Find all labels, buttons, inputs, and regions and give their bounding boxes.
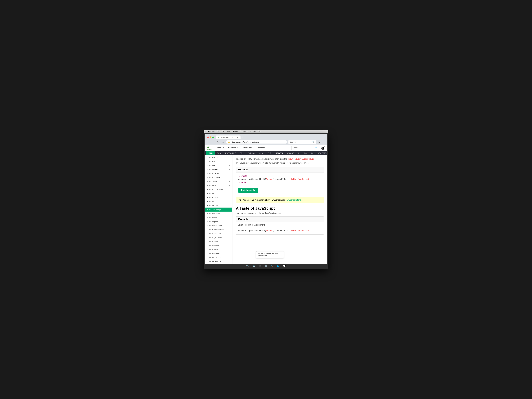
sidebar-item-css[interactable]: HTML CSS — [205, 159, 232, 163]
lang-csharp[interactable]: C# — [309, 151, 316, 155]
sidebar-item-semantics[interactable]: HTML Semantics — [205, 232, 232, 236]
browser-tab-active[interactable]: W HTML JavaScript ✕ — [215, 135, 241, 139]
sidebar-item-iframes[interactable]: HTML Iframes — [205, 203, 232, 208]
tutorials-menu[interactable]: Tutorials ▾ — [215, 146, 225, 149]
code-line-2: document.getElementById("demo").innerHTM… — [238, 177, 322, 181]
macos-menubar:  Chrome File Edit View History Bookmark… — [204, 130, 328, 133]
lang-sql[interactable]: SQL — [238, 151, 245, 155]
javascript-tutorial-link[interactable]: JavaScript Tutorial — [285, 199, 301, 201]
sidebar-item-responsive[interactable]: HTML Responsive — [205, 224, 232, 228]
main-layout: HTML Colors HTML CSS HTML Links▼ HTML Im… — [205, 155, 327, 264]
browser-search: 🔍 — [288, 140, 316, 144]
sidebar-item-entities[interactable]: HTML Entities — [205, 240, 232, 244]
lang-java[interactable]: JAVA — [257, 151, 266, 155]
exercises-menu[interactable]: Exercises ▾ — [227, 146, 239, 149]
close-window-button[interactable] — [207, 136, 209, 138]
sidebar-item-tables[interactable]: HTML Tables▼ — [205, 179, 232, 184]
cookie-banner[interactable]: Do not share my Personal Information — [256, 251, 284, 258]
sidebar-item-javascript[interactable]: HTML JavaScript — [205, 208, 232, 212]
services-menu[interactable]: Services ▾ — [256, 146, 266, 149]
lang-bootstrap[interactable]: BOOTSTR... — [316, 151, 327, 155]
section-2-title: A Taste of JavaScript — [236, 206, 324, 211]
code-string-hello: "Hello JavaScript!" — [289, 178, 312, 180]
sidebar-item-layout[interactable]: HTML Layout — [205, 220, 232, 224]
search-button[interactable]: 🔍 — [310, 140, 316, 144]
view-menu[interactable]: View — [227, 130, 230, 132]
lang-javascript[interactable]: JAVASCRIPT — [223, 151, 238, 155]
tip-suffix: . — [302, 199, 303, 201]
sidebar-item-file-paths[interactable]: HTML File Paths — [205, 212, 232, 215]
sidebar-item-symbols[interactable]: HTML Symbols — [205, 244, 232, 248]
dock-chrome[interactable]: 🌐 — [276, 264, 280, 268]
url-text: w3schools.com/html/html_scripts.asp — [231, 141, 261, 143]
search-input[interactable] — [288, 140, 310, 144]
reload-button[interactable]: ↻ — [216, 140, 220, 144]
home-button[interactable]: ⌂ — [221, 140, 225, 144]
w3schools-topnav: w3 schools Tutorials ▾ Exercises ▾ Certi… — [205, 145, 327, 151]
lang-cpp[interactable]: C++ — [302, 151, 309, 155]
w3schools-logo[interactable]: w3 schools — [207, 146, 212, 150]
new-tab-button[interactable]: + — [241, 135, 245, 139]
cookie-banner-text: Do not share my Personal Information — [258, 253, 278, 257]
app-name[interactable]: Chrome — [208, 130, 215, 132]
tab-menu[interactable]: Tab — [258, 130, 261, 132]
try-it-yourself-button-1[interactable]: Try it Yourself » — [238, 188, 258, 193]
sidebar-item-style-guide[interactable]: HTML Style Guide — [205, 236, 232, 240]
address-bar[interactable]: 🔒 w3schools.com/html/html_scripts.asp — [226, 140, 287, 144]
lang-howto[interactable]: HOW TO — [274, 151, 285, 155]
profiles-menu[interactable]: Profiles — [250, 130, 256, 132]
certificates-menu[interactable]: Certificates ▾ — [241, 146, 254, 149]
fullscreen-window-button[interactable] — [212, 136, 214, 138]
dock-slack[interactable]: 💬 — [282, 264, 286, 268]
edit-menu[interactable]: Edit — [222, 130, 225, 132]
dock-chatgpt[interactable]: 🤖 — [264, 264, 268, 268]
sidebar-item-classes[interactable]: HTML Classes — [205, 196, 232, 200]
lang-w3css[interactable]: W3.CSS — [285, 151, 296, 155]
sidebar-item-emojis[interactable]: HTML Emojis — [205, 248, 232, 252]
sidebar-item-charsets[interactable]: HTML Charsets — [205, 252, 232, 256]
apple-menu[interactable]:  — [205, 130, 206, 133]
sidebar-item-computercode[interactable]: HTML Computercode — [205, 228, 232, 232]
sidebar-item-block-inline[interactable]: HTML Block & Inline — [205, 187, 232, 191]
script-close-tag: </script> — [238, 181, 249, 183]
tab-close-button[interactable]: ✕ — [236, 136, 238, 138]
example-header-1: Example — [236, 167, 324, 173]
sidebar-item-favicon[interactable]: HTML Favicon — [205, 171, 232, 175]
code-block-2: document.getElementById("demo").innerHTM… — [236, 227, 324, 234]
code-string-demo: "demo" — [266, 178, 273, 180]
file-menu[interactable]: File — [217, 130, 219, 132]
sidebar-item-links[interactable]: HTML Links▼ — [205, 163, 232, 167]
tip-text: You can learn much more about JavaScript… — [243, 199, 285, 201]
back-button[interactable]: ← — [206, 140, 210, 144]
code-getelementbyid: document.getElementById( — [238, 178, 266, 180]
minimize-window-button[interactable] — [210, 136, 211, 138]
forward-button[interactable]: → — [211, 140, 215, 144]
lang-python[interactable]: PYTHON — [246, 151, 257, 155]
history-menu[interactable]: History — [233, 130, 238, 132]
theme-toggle-button[interactable]: ◑ — [321, 146, 325, 150]
sidebar-item-url-encode[interactable]: HTML URL Encode — [205, 256, 232, 260]
w3-search-input[interactable] — [291, 146, 314, 150]
lang-c[interactable]: C — [296, 151, 301, 155]
sidebar-item-vs-xhtml[interactable]: HTML vs. XHTML — [205, 260, 232, 264]
extensions-button[interactable]: ✦ — [322, 140, 326, 144]
sidebar-item-head[interactable]: HTML Head — [205, 215, 232, 220]
sidebar-item-lists[interactable]: HTML Lists▼ — [205, 184, 232, 187]
sidebar-item-colors[interactable]: HTML Colors — [205, 155, 232, 159]
w3-search-button[interactable]: 🔍 — [314, 146, 319, 150]
sidebar: HTML Colors HTML CSS HTML Links▼ HTML Im… — [205, 155, 233, 264]
lang-php[interactable]: PHP — [266, 151, 273, 155]
sidebar-item-div[interactable]: HTML Div — [205, 191, 232, 196]
dock-vscode[interactable]: 🔨 — [270, 264, 274, 268]
bookmarks-menu[interactable]: Bookmarks — [240, 130, 248, 132]
lang-css[interactable]: CSS — [215, 151, 223, 155]
dock-terminal[interactable]: 💻 — [252, 264, 256, 268]
lang-html[interactable]: HTML — [206, 151, 215, 155]
example-box-2: Example JavaScript can change content: d… — [236, 216, 324, 234]
sidebar-item-images[interactable]: HTML Images▼ — [205, 167, 232, 171]
sidebar-item-page-title[interactable]: HTML Page Title — [205, 175, 232, 179]
dock-finder[interactable]: 🔍 — [246, 264, 250, 268]
sidebar-item-id[interactable]: HTML Id — [205, 200, 232, 203]
dock-youtube[interactable]: 🎬 — [258, 264, 262, 268]
contrast-toggle[interactable]: ◑ — [317, 140, 321, 144]
